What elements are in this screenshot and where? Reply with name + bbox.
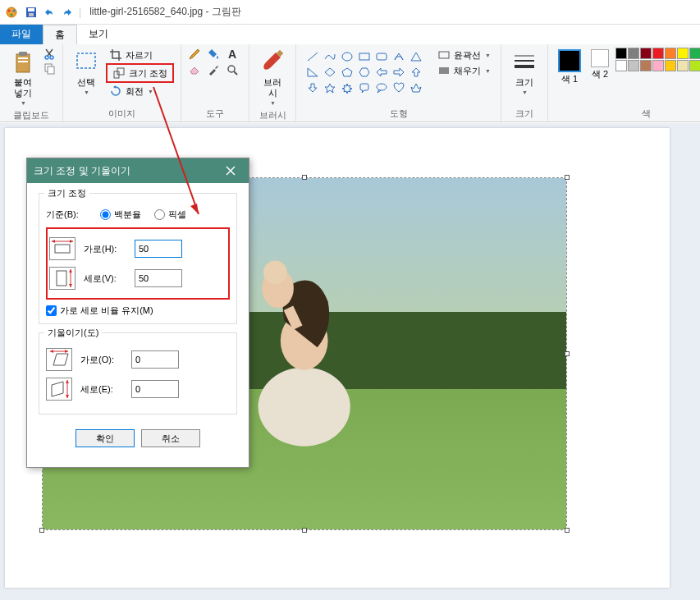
horizontal-icon bbox=[49, 237, 75, 260]
color-swatch[interactable] bbox=[665, 48, 676, 59]
group-image: 선택 ▼ 자르기 크기 조정 회전▼ 이미지 bbox=[63, 44, 181, 121]
svg-rect-14 bbox=[48, 66, 54, 74]
vertical-icon bbox=[49, 267, 75, 290]
svg-rect-10 bbox=[18, 61, 28, 62]
resize-button[interactable]: 크기 조정 bbox=[106, 63, 174, 83]
svg-marker-32 bbox=[325, 84, 335, 93]
color-swatch[interactable] bbox=[615, 48, 627, 59]
svg-marker-52 bbox=[69, 269, 72, 273]
radio-percent[interactable]: 백분율 bbox=[100, 208, 141, 221]
color-swatch[interactable] bbox=[652, 48, 664, 59]
svg-point-12 bbox=[50, 56, 53, 59]
svg-marker-54 bbox=[53, 354, 68, 365]
svg-point-2 bbox=[13, 9, 16, 11]
color-swatch[interactable] bbox=[615, 60, 627, 71]
svg-marker-48 bbox=[52, 240, 55, 243]
radio-pixel[interactable]: 픽셀 bbox=[154, 208, 186, 221]
svg-rect-5 bbox=[28, 8, 34, 11]
eraser-icon[interactable] bbox=[188, 63, 201, 76]
skew-v-input[interactable] bbox=[131, 380, 179, 398]
brush-button[interactable]: 브러시 ▼ bbox=[256, 48, 289, 108]
svg-point-43 bbox=[263, 260, 287, 284]
resize-icon bbox=[112, 66, 126, 80]
svg-point-19 bbox=[228, 66, 235, 72]
undo-icon[interactable] bbox=[43, 6, 56, 19]
redo-icon[interactable] bbox=[61, 6, 74, 19]
basis-label: 기준(B): bbox=[46, 208, 87, 221]
group-colors: 색 1 색 2 색 bbox=[548, 44, 700, 121]
svg-rect-46 bbox=[55, 245, 70, 253]
pencil-icon[interactable] bbox=[188, 48, 201, 61]
color-swatch[interactable] bbox=[689, 60, 700, 71]
crop-button[interactable]: 자르기 bbox=[106, 48, 174, 62]
svg-marker-31 bbox=[359, 68, 369, 76]
close-icon bbox=[226, 166, 236, 176]
outline-button[interactable]: 윤곽선▼ bbox=[434, 48, 494, 62]
color-swatch[interactable] bbox=[689, 48, 700, 59]
maintain-ratio-checkbox[interactable]: 가로 세로 비율 유지(M) bbox=[46, 305, 230, 317]
svg-marker-26 bbox=[395, 53, 403, 60]
outline-icon bbox=[437, 48, 451, 62]
color-swatch[interactable] bbox=[665, 60, 676, 71]
vertical-input[interactable] bbox=[135, 269, 182, 287]
tab-home[interactable]: 홈 bbox=[43, 25, 77, 44]
fill-shape-icon bbox=[437, 64, 451, 77]
shapes-gallery[interactable] bbox=[303, 48, 426, 97]
svg-marker-29 bbox=[325, 68, 335, 76]
text-icon[interactable]: A bbox=[226, 48, 239, 61]
skew-section-label: 기울이기(도) bbox=[44, 327, 102, 339]
group-clipboard: 붙여넣기 ▼ 클립보드 bbox=[0, 44, 63, 121]
svg-marker-28 bbox=[308, 68, 318, 76]
svg-marker-49 bbox=[70, 240, 73, 243]
resize-dialog: 크기 조정 및 기울이기 크기 조정 기준(B): 백분율 픽셀 가로(H): bbox=[26, 158, 249, 468]
select-button[interactable]: 선택 ▼ bbox=[70, 48, 103, 97]
svg-rect-50 bbox=[57, 271, 66, 286]
svg-marker-58 bbox=[52, 382, 63, 396]
close-button[interactable] bbox=[219, 163, 242, 179]
window-title: little-girl-2516582_640.jpg - 그림판 bbox=[89, 5, 241, 19]
group-size: 크기 ▼ 크기 bbox=[501, 44, 548, 121]
fill-button[interactable]: 채우기▼ bbox=[434, 63, 494, 78]
svg-marker-27 bbox=[411, 53, 421, 61]
svg-rect-7 bbox=[16, 54, 30, 72]
rotate-button[interactable]: 회전▼ bbox=[106, 84, 174, 98]
svg-marker-56 bbox=[50, 350, 53, 353]
copy-icon[interactable] bbox=[43, 62, 56, 75]
color-swatch[interactable] bbox=[677, 60, 689, 71]
color-swatch[interactable] bbox=[677, 48, 689, 59]
horizontal-label: 가로(H): bbox=[84, 243, 128, 255]
cut-icon[interactable] bbox=[43, 48, 56, 61]
color-swatch[interactable] bbox=[640, 48, 652, 59]
tab-view[interactable]: 보기 bbox=[77, 25, 120, 44]
color-swatch[interactable] bbox=[652, 60, 664, 71]
size-button[interactable]: 크기 ▼ bbox=[508, 48, 541, 97]
svg-line-20 bbox=[234, 71, 237, 75]
stroke-size-icon bbox=[511, 49, 538, 76]
save-icon[interactable] bbox=[25, 6, 38, 19]
magnifier-icon[interactable] bbox=[226, 63, 239, 76]
svg-rect-6 bbox=[29, 13, 34, 16]
horizontal-input[interactable] bbox=[135, 240, 182, 258]
cancel-button[interactable]: 취소 bbox=[141, 429, 200, 447]
color1-button[interactable]: 색 1 bbox=[555, 48, 584, 86]
dialog-titlebar[interactable]: 크기 조정 및 기울이기 bbox=[27, 158, 249, 183]
color-swatch[interactable] bbox=[628, 60, 639, 71]
color-swatch[interactable] bbox=[640, 60, 652, 71]
svg-marker-30 bbox=[342, 68, 352, 76]
svg-marker-33 bbox=[342, 84, 352, 94]
svg-rect-15 bbox=[77, 53, 95, 68]
dialog-title: 크기 조정 및 기울이기 bbox=[34, 164, 130, 178]
svg-text:A: A bbox=[228, 48, 236, 61]
color2-button[interactable]: 색 2 bbox=[588, 48, 612, 81]
color-swatch[interactable] bbox=[628, 48, 639, 59]
paste-button[interactable]: 붙여넣기 ▼ bbox=[7, 48, 39, 108]
ribbon: 붙여넣기 ▼ 클립보드 선택 ▼ 자르기 bbox=[0, 44, 700, 122]
svg-rect-9 bbox=[18, 57, 28, 59]
fill-icon[interactable] bbox=[207, 48, 220, 61]
tab-file[interactable]: 파일 bbox=[0, 25, 43, 44]
ribbon-tabs: 파일 홈 보기 bbox=[0, 25, 700, 44]
ok-button[interactable]: 확인 bbox=[75, 429, 135, 447]
skew-h-input[interactable] bbox=[131, 350, 179, 369]
svg-marker-57 bbox=[65, 350, 68, 353]
eyedropper-icon[interactable] bbox=[207, 63, 220, 76]
